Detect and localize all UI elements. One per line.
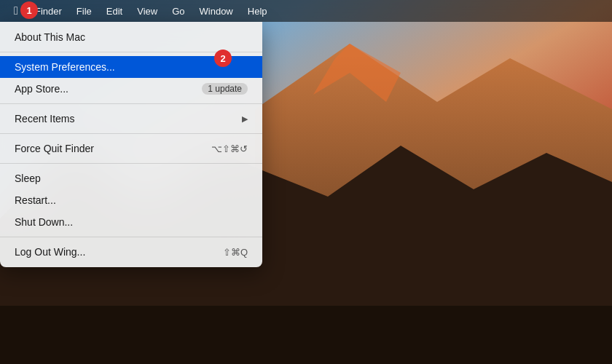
menu-separator-2 — [0, 103, 262, 104]
apple-icon:  — [14, 5, 18, 17]
step-1-badge: 1 — [20, 1, 38, 19]
menu-item-about[interactable]: About This Mac — [0, 26, 262, 48]
menubar-file[interactable]: File — [71, 4, 98, 18]
menubar:  Finder File Edit View Go Window Help — [0, 0, 612, 22]
menubar-view[interactable]: View — [131, 4, 163, 18]
menu-item-restart-label: Restart... — [15, 194, 56, 206]
menu-item-forcequit[interactable]: Force Quit Finder ⌥⇧⌘↺ — [0, 138, 262, 159]
menu-separator-3 — [0, 133, 262, 134]
menu-item-shutdown-label: Shut Down... — [15, 216, 73, 228]
menu-separator-4 — [0, 163, 262, 164]
menu-item-appstore[interactable]: App Store... 1 update — [0, 78, 262, 100]
menu-item-appstore-label: App Store... — [15, 83, 68, 95]
menubar-go[interactable]: Go — [166, 4, 190, 18]
menu-item-forcequit-label: Force Quit Finder — [15, 143, 94, 154]
update-badge: 1 update — [202, 83, 248, 95]
menubar-items: Finder File Edit View Go Window Help — [29, 4, 273, 18]
menubar-window[interactable]: Window — [194, 4, 239, 18]
menubar-edit[interactable]: Edit — [101, 4, 128, 18]
menu-separator-5 — [0, 237, 262, 237]
menu-item-restart[interactable]: Restart... — [0, 189, 262, 211]
menu-item-recent[interactable]: Recent Items ▶ — [0, 108, 262, 130]
menu-item-logout[interactable]: Log Out Wing... ⇧⌘Q — [0, 241, 262, 263]
menu-item-sleep-label: Sleep — [15, 173, 41, 184]
menu-item-shutdown[interactable]: Shut Down... — [0, 211, 262, 233]
menu-item-recent-label: Recent Items — [15, 113, 74, 124]
menu-item-sleep[interactable]: Sleep — [0, 167, 262, 189]
menubar-help[interactable]: Help — [242, 4, 273, 18]
menu-item-logout-label: Log Out Wing... — [15, 246, 85, 258]
submenu-arrow-icon: ▶ — [242, 114, 248, 124]
menu-item-forcequit-shortcut: ⌥⇧⌘↺ — [211, 143, 248, 154]
menu-item-about-label: About This Mac — [15, 31, 85, 43]
menu-item-logout-shortcut: ⇧⌘Q — [223, 247, 248, 258]
menu-item-prefs-label: System Preferences... — [15, 61, 115, 73]
step-2-badge: 2 — [214, 50, 232, 67]
svg-rect-4 — [0, 306, 612, 364]
